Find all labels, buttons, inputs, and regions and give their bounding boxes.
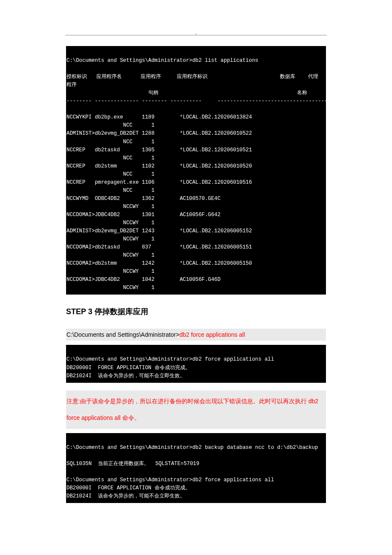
terminal-force-apps: C:\Documents and Settings\Administrator>… bbox=[66, 345, 326, 382]
term1-row: NCCDOMAI>db2stmm 1242 *LOCAL.DB2.1202060… bbox=[66, 260, 252, 266]
terminal-list-apps: C:\Documents and Settings\Administrator>… bbox=[66, 46, 326, 295]
document-page: . C:\Documents and Settings\Administrato… bbox=[0, 0, 392, 555]
term1-row: NCCDOMAI>db2taskd 837 *LOCAL.DB2.1202060… bbox=[66, 244, 252, 250]
term1-row: NCCREP db2stmm 1102 *LOCAL.DB2.120206010… bbox=[66, 163, 252, 169]
warning-note: 注意:由于该命令是异步的，所以在进行备份的时候会出现以下错误信息。此时可以再次执… bbox=[66, 390, 326, 429]
term1-row: NCCWY 1 bbox=[66, 220, 155, 226]
top-dot: . bbox=[0, 30, 392, 36]
term1-row: ADMINIST>db2evmg_DB2DET 1288 *LOCAL.DB2.… bbox=[66, 130, 252, 136]
step3-heading: STEP 3 停掉数据库应用 bbox=[66, 306, 326, 317]
term3-l1: C:\Documents and Settings\Administrator>… bbox=[66, 445, 318, 451]
term1-hdr1: 授权标识 应用程序名 应用程序 应用程序标识 数据库 代理 bbox=[66, 74, 318, 80]
term1-cmd: C:\Documents and Settings\Administrator>… bbox=[66, 58, 258, 64]
term3-l3: C:\Documents and Settings\Administrator>… bbox=[66, 477, 274, 483]
term1-row: NCCREP pmrepagent.exe 1106 *LOCAL.DB2.12… bbox=[66, 179, 252, 185]
term1-row: NCCDOMAI>JDBC4DB2 1301 AC10056F.G642 bbox=[66, 212, 221, 218]
term2-l1: C:\Documents and Settings\Administrator>… bbox=[66, 356, 274, 362]
term1-row: NCCREP db2taskd 1305 *LOCAL.DB2.12020601… bbox=[66, 147, 252, 153]
term2-l3: DB21024I 该命令为异步的，可能不会立即生效。 bbox=[66, 373, 185, 379]
term2-l2: DB20000I FORCE APPLICATION 命令成功完成。 bbox=[66, 365, 190, 371]
term1-row: NCC 1 bbox=[66, 122, 155, 128]
term3-l5: DB21024I 该命令为异步的，可能不会立即生效。 bbox=[66, 493, 185, 499]
term1-row: NCCWY 1 bbox=[66, 204, 155, 210]
step3-cmd-line: C:\Documents and Settings\Administrator>… bbox=[66, 329, 326, 341]
term1-row: NCCWYMD ODBC4DB2 1362 AC100570.GE4C bbox=[66, 196, 221, 202]
term1-row: NCC 1 bbox=[66, 171, 155, 177]
term1-row: NCCWYKPI db2bp.exe 1189 *LOCAL.DB2.12020… bbox=[66, 114, 252, 120]
cmd-red: db2 force applications all bbox=[179, 331, 245, 338]
term1-row: NCC 1 bbox=[66, 139, 155, 145]
term1-row: NCC 1 bbox=[66, 155, 155, 161]
term1-row: NCC 1 bbox=[66, 188, 155, 194]
term1-row: ADMINIST>db2evmg_DB2DET 1243 *LOCAL.DB2.… bbox=[66, 228, 252, 234]
term1-row: NCCWY 1 bbox=[66, 236, 155, 242]
term1-row: NCCWY 1 bbox=[66, 285, 155, 291]
term1-hdr2: 程序 bbox=[66, 82, 331, 88]
term1-row: NCCDOMAI>JDBC4DB2 1042 AC10056F.G46D bbox=[66, 277, 221, 283]
term3-l4: DB20000I FORCE APPLICATION 命令成功完成。 bbox=[66, 485, 190, 491]
cmd-prefix: C:\Documents and Settings\Administrator> bbox=[66, 331, 179, 338]
terminal-backup-error: C:\Documents and Settings\Administrator>… bbox=[66, 433, 326, 503]
content-area: C:\Documents and Settings\Administrator>… bbox=[66, 35, 326, 503]
term3-l2: SQL1035N 当前正在使用数据库。 SQLSTATE=57019 bbox=[66, 461, 199, 467]
term1-hdr3: 句柄 名称 序号 bbox=[66, 90, 336, 96]
term1-row: NCCWY 1 bbox=[66, 269, 155, 275]
term1-row: NCCWY 1 bbox=[66, 252, 155, 258]
term1-sep: -------- -------------- -------- -------… bbox=[66, 98, 334, 104]
